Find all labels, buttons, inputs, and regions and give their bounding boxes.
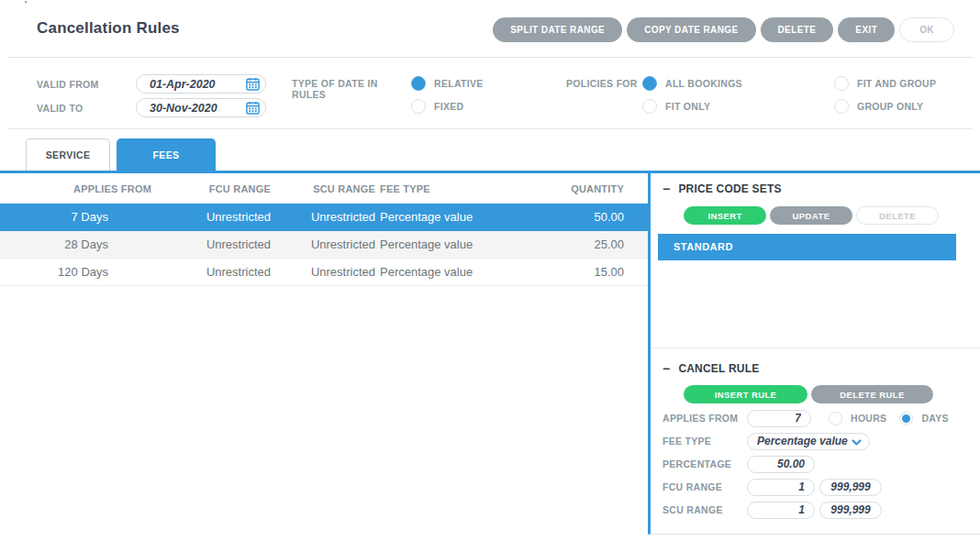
scu-range-row: SCU RANGE: [663, 502, 980, 518]
column-header: FCU RANGE: [151, 183, 271, 194]
fcu-range-row: FCU RANGE: [663, 479, 980, 495]
tab-service[interactable]: SERVICE: [26, 138, 110, 171]
radio-all-bookings[interactable]: ALL BOOKINGS: [642, 76, 742, 91]
radio-hours[interactable]: HOURS: [829, 412, 886, 425]
scu-range-label: SCU RANGE: [663, 504, 747, 515]
valid-to-input[interactable]: 30-Nov-2020: [136, 98, 266, 117]
chevron-down-icon: [852, 433, 862, 449]
update-button[interactable]: UPDATE: [770, 206, 852, 225]
type-of-date-label: TYPE OF DATE IN RULES: [292, 76, 411, 114]
ok-button[interactable]: OK: [899, 17, 954, 42]
cancel-rule-section: − CANCEL RULE INSERT RULE DELETE RULE AP…: [651, 348, 980, 518]
radio-unselected-icon: [642, 99, 657, 114]
valid-to-value: 30-Nov-2020: [150, 102, 217, 115]
valid-from-input[interactable]: 01-Apr-2020: [136, 74, 266, 94]
collapse-icon[interactable]: −: [663, 364, 670, 373]
radio-unselected-icon: [834, 76, 849, 91]
radio-unselected-icon: [411, 99, 426, 114]
radio-relative[interactable]: RELATIVE: [411, 76, 484, 91]
column-header: QUANTITY: [523, 183, 648, 194]
price-code-sets-header: − PRICE CODE SETS: [663, 182, 980, 195]
valid-dates-group: VALID FROM 01-Apr-2020 VALID TO 30-Nov-2…: [37, 74, 266, 122]
fee-type-row: FEE TYPE Percentage value: [663, 433, 980, 449]
date-range-filters: VALID FROM 01-Apr-2020 VALID TO 30-Nov-2…: [0, 72, 980, 127]
insert-button[interactable]: INSERT: [684, 206, 766, 225]
fee-type-value: Percentage value: [757, 435, 848, 447]
column-header: FEE TYPE: [375, 183, 523, 194]
calendar-icon[interactable]: [246, 77, 260, 91]
header-actions: SPLIT DATE RANGE COPY DATE RANGE DELETE …: [493, 17, 954, 42]
cancel-rule-header: − CANCEL RULE: [663, 362, 980, 375]
right-panel: − PRICE CODE SETS INSERT UPDATE DELETE S…: [648, 173, 980, 535]
valid-to-label: VALID TO: [37, 103, 136, 114]
applies-from-input[interactable]: [747, 410, 811, 427]
radio-fit-only[interactable]: FIT ONLY: [642, 99, 742, 114]
price-code-sets-actions: INSERT UPDATE DELETE: [684, 206, 980, 225]
filters-divider: [7, 128, 973, 129]
fcu-range-to-input[interactable]: [819, 479, 882, 496]
radio-fixed[interactable]: FIXED: [411, 99, 484, 114]
table-row[interactable]: 28 Days Unrestricted Unrestricted Percen…: [0, 231, 648, 259]
percentage-input[interactable]: [747, 456, 815, 473]
column-header: APPLIES FROM: [0, 183, 151, 194]
fcu-range-from-input[interactable]: [747, 479, 815, 496]
type-of-date-group: TYPE OF DATE IN RULES RELATIVE FIXED: [292, 76, 484, 114]
tab-strip: SERVICE FEES: [26, 138, 216, 171]
column-header: SCU RANGE: [271, 183, 375, 194]
table-header-row: APPLIES FROM FCU RANGE SCU RANGE FEE TYP…: [0, 173, 648, 204]
header-divider: [7, 57, 973, 58]
fees-table: APPLIES FROM FCU RANGE SCU RANGE FEE TYP…: [0, 173, 648, 286]
page-title: Cancellation Rules: [37, 19, 180, 38]
applies-from-label: APPLIES FROM: [663, 413, 747, 424]
table-row[interactable]: 7 Days Unrestricted Unrestricted Percent…: [0, 204, 648, 231]
scu-range-to-input[interactable]: [819, 502, 882, 519]
cancel-rule-actions: INSERT RULE DELETE RULE: [684, 385, 980, 403]
insert-rule-button[interactable]: INSERT RULE: [684, 385, 807, 403]
fcu-range-label: FCU RANGE: [663, 481, 747, 492]
delete-rule-button[interactable]: DELETE RULE: [811, 385, 933, 403]
table-row[interactable]: 120 Days Unrestricted Unrestricted Perce…: [0, 259, 648, 286]
delete-button[interactable]: DELETE: [761, 17, 834, 42]
radio-selected-icon: [411, 76, 426, 91]
price-code-set-item-standard[interactable]: STANDARD: [658, 234, 956, 260]
price-code-sets-section: − PRICE CODE SETS INSERT UPDATE DELETE S…: [651, 173, 980, 348]
radio-days[interactable]: DAYS: [899, 412, 948, 425]
radio-selected-icon: [642, 76, 657, 91]
applies-from-row: APPLIES FROM HOURS DAYS: [663, 410, 980, 426]
radio-fit-and-group[interactable]: FIT AND GROUP: [834, 76, 936, 91]
tab-fees[interactable]: FEES: [117, 138, 216, 171]
fee-type-label: FEE TYPE: [663, 436, 747, 447]
radio-group-only[interactable]: GROUP ONLY: [834, 99, 936, 114]
section-title: PRICE CODE SETS: [678, 182, 781, 195]
policies-for-group: POLICIES FOR ALL BOOKINGS FIT ONLY FIT A…: [566, 76, 936, 114]
radio-unselected-icon: [834, 99, 849, 114]
collapse-icon[interactable]: −: [663, 184, 670, 193]
percentage-row: PERCENTAGE: [663, 456, 980, 472]
split-date-range-button[interactable]: SPLIT DATE RANGE: [493, 17, 622, 42]
valid-from-label: VALID FROM: [37, 79, 136, 90]
radio-unselected-icon: [829, 412, 842, 425]
fee-type-select[interactable]: Percentage value: [747, 433, 870, 450]
calendar-icon[interactable]: [246, 101, 260, 115]
exit-button[interactable]: EXIT: [838, 17, 895, 42]
valid-from-value: 01-Apr-2020: [150, 78, 216, 91]
radio-selected-icon: [899, 412, 913, 425]
copy-date-range-button[interactable]: COPY DATE RANGE: [627, 17, 755, 42]
percentage-label: PERCENTAGE: [663, 458, 747, 469]
section-title: CANCEL RULE: [678, 362, 759, 375]
stray-mark: ': [25, 0, 27, 10]
scu-range-from-input[interactable]: [747, 502, 815, 519]
policies-for-label: POLICIES FOR: [566, 76, 642, 114]
delete-price-code-button[interactable]: DELETE: [856, 206, 939, 225]
